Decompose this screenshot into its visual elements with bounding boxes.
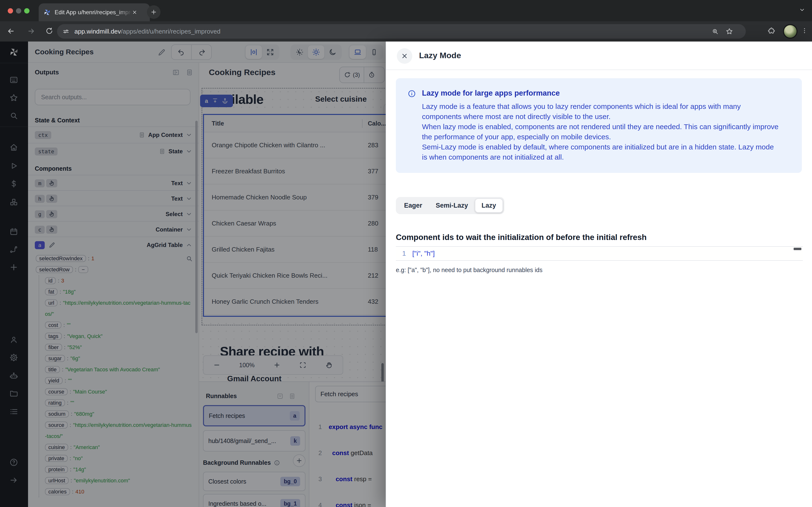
bookmark-star-icon[interactable]: [725, 27, 733, 35]
traffic-light-zoom[interactable]: [24, 8, 30, 13]
zoom-icon[interactable]: [711, 28, 719, 35]
line-number: 1: [396, 249, 412, 258]
info-icon: [407, 89, 416, 98]
component-ids-value: ["i", "h"]: [412, 249, 435, 258]
address-bar[interactable]: app.windmill.dev/apps/edit/u/henri/recip…: [57, 24, 746, 39]
component-ids-heading: Component ids to wait the initialization…: [396, 233, 647, 242]
tab-close-icon[interactable]: [132, 10, 137, 15]
drawer-title: Lazy Mode: [419, 51, 461, 60]
site-settings-icon[interactable]: [62, 28, 69, 35]
lazy-mode-drawer: Lazy Mode Lazy mode for large apps perfo…: [386, 42, 812, 507]
info-body-2: When lazy mode is enabled, components ar…: [422, 122, 780, 142]
plus-icon: [150, 9, 157, 15]
browser-toolbar: app.windmill.dev/apps/edit/u/henri/recip…: [0, 21, 812, 42]
close-icon: [401, 52, 408, 60]
tab-search-chevron-icon[interactable]: [799, 7, 805, 13]
browser-tab[interactable]: Edit App u/henri/recipes_improved: [39, 3, 150, 21]
traffic-light-close[interactable]: [8, 8, 13, 13]
windmill-favicon: [44, 9, 51, 16]
editor-scrollbar-nub[interactable]: [794, 248, 801, 250]
component-ids-editor[interactable]: 1 ["i", "h"]: [396, 246, 803, 261]
info-body-1: Lazy mode is a feature that allows you t…: [422, 101, 780, 122]
traffic-light-minimize[interactable]: [16, 8, 21, 13]
info-body-3: Semi-Lazy mode is enabled by default, wh…: [422, 142, 780, 162]
url-host: app.windmill.dev: [74, 28, 121, 35]
screen: Edit App u/henri/recipes_improved app.wi…: [0, 0, 812, 507]
info-title: Lazy mode for large apps performance: [422, 89, 780, 98]
mode-eager-button[interactable]: Eager: [397, 199, 429, 213]
back-icon[interactable]: [7, 27, 15, 35]
mode-lazy-button[interactable]: Lazy: [475, 199, 503, 213]
tab-title: Edit App u/henri/recipes_improved: [55, 9, 132, 16]
forward-icon[interactable]: [27, 27, 35, 35]
reload-icon[interactable]: [45, 27, 53, 35]
mode-semi-lazy-button[interactable]: Semi-Lazy: [429, 199, 475, 213]
browser-menu-kebab-icon[interactable]: [801, 27, 808, 34]
lazy-mode-toggle-group: Eager Semi-Lazy Lazy: [396, 197, 504, 214]
browser-tab-bar: Edit App u/henri/recipes_improved: [0, 0, 812, 21]
lazy-mode-info-box: Lazy mode for large apps performance Laz…: [396, 78, 802, 173]
url-path: /apps/edit/u/henri/recipes_improved: [121, 28, 220, 35]
extensions-puzzle-icon[interactable]: [767, 27, 775, 35]
avatar[interactable]: [783, 24, 798, 39]
new-tab-button[interactable]: [147, 5, 160, 19]
divider: [386, 69, 812, 70]
close-drawer-button[interactable]: [397, 48, 412, 64]
component-ids-hint: e.g: ["a", "b"], no need to put backgrou…: [396, 267, 543, 274]
